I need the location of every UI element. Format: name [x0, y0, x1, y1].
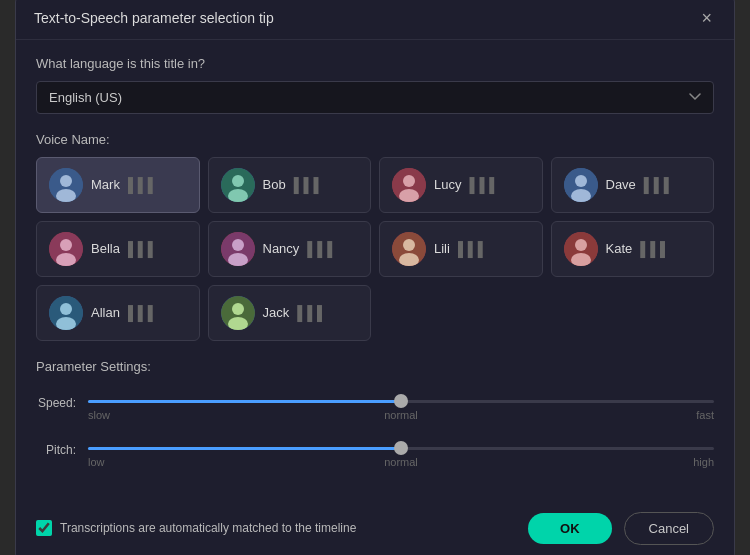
wave-icon-nancy: ▌▌▌ — [307, 241, 337, 257]
svg-point-28 — [232, 303, 244, 315]
speed-mid-label: normal — [384, 409, 418, 421]
voice-card-lucy[interactable]: Lucy ▌▌▌ — [379, 157, 543, 213]
voice-name-kate: Kate — [606, 241, 633, 256]
pitch-label: Pitch: — [36, 443, 76, 457]
svg-point-7 — [403, 175, 415, 187]
svg-point-10 — [575, 175, 587, 187]
wave-icon-lucy: ▌▌▌ — [469, 177, 499, 193]
dialog-title: Text-to-Speech parameter selection tip — [34, 10, 274, 26]
voice-grid: Mark ▌▌▌ Bob ▌▌▌ — [36, 157, 714, 341]
voice-name-bella: Bella — [91, 241, 120, 256]
wave-icon-allan: ▌▌▌ — [128, 305, 158, 321]
voice-name-nancy: Nancy — [263, 241, 300, 256]
speed-track — [88, 400, 714, 403]
pitch-thumb[interactable] — [394, 441, 408, 455]
dialog-body: What language is this title in? English … — [16, 40, 734, 500]
voice-avatar-lucy — [392, 168, 426, 202]
close-button[interactable]: × — [697, 9, 716, 27]
voice-name-jack: Jack — [263, 305, 290, 320]
speed-row: Speed: slow normal fast — [36, 386, 714, 421]
speed-thumb[interactable] — [394, 394, 408, 408]
wave-icon-jack: ▌▌▌ — [297, 305, 327, 321]
param-section: Parameter Settings: Speed: slow normal f… — [36, 359, 714, 468]
svg-point-13 — [60, 239, 72, 251]
pitch-max-label: high — [693, 456, 714, 468]
voice-avatar-allan — [49, 296, 83, 330]
speed-fill — [88, 400, 401, 403]
voice-card-nancy[interactable]: Nancy ▌▌▌ — [208, 221, 372, 277]
svg-point-4 — [232, 175, 244, 187]
dialog-footer: Transcriptions are automatically matched… — [16, 500, 734, 556]
checkbox-row: Transcriptions are automatically matched… — [36, 520, 516, 536]
transcription-checkbox[interactable] — [36, 520, 52, 536]
wave-icon-bella: ▌▌▌ — [128, 241, 158, 257]
language-select[interactable]: English (US) — [36, 81, 714, 114]
wave-icon-lili: ▌▌▌ — [458, 241, 488, 257]
svg-point-19 — [403, 239, 415, 251]
tts-dialog: Text-to-Speech parameter selection tip ×… — [15, 0, 735, 555]
wave-icon-mark: ▌▌▌ — [128, 177, 158, 193]
pitch-fill — [88, 447, 401, 450]
language-label: What language is this title in? — [36, 56, 714, 71]
voice-card-kate[interactable]: Kate ▌▌▌ — [551, 221, 715, 277]
voice-name-lucy: Lucy — [434, 177, 461, 192]
checkbox-label: Transcriptions are automatically matched… — [60, 521, 356, 535]
voice-name-lili: Lili — [434, 241, 450, 256]
pitch-track — [88, 447, 714, 450]
voice-card-dave[interactable]: Dave ▌▌▌ — [551, 157, 715, 213]
voice-avatar-dave — [564, 168, 598, 202]
voice-avatar-lili — [392, 232, 426, 266]
voice-card-lili[interactable]: Lili ▌▌▌ — [379, 221, 543, 277]
svg-point-16 — [232, 239, 244, 251]
speed-slider-container: slow normal fast — [88, 386, 714, 421]
pitch-row: Pitch: low normal high — [36, 433, 714, 468]
voice-card-bella[interactable]: Bella ▌▌▌ — [36, 221, 200, 277]
voice-section-label: Voice Name: — [36, 132, 714, 147]
voice-avatar-nancy — [221, 232, 255, 266]
ok-button[interactable]: OK — [528, 513, 612, 544]
pitch-labels: low normal high — [88, 456, 714, 468]
wave-icon-bob: ▌▌▌ — [294, 177, 324, 193]
voice-name-allan: Allan — [91, 305, 120, 320]
cancel-button[interactable]: Cancel — [624, 512, 714, 545]
speed-min-label: slow — [88, 409, 110, 421]
pitch-slider-container: low normal high — [88, 433, 714, 468]
speed-labels-row: slow normal fast — [88, 409, 714, 421]
svg-point-22 — [575, 239, 587, 251]
voice-name-bob: Bob — [263, 177, 286, 192]
voice-avatar-bella — [49, 232, 83, 266]
voice-avatar-bob — [221, 168, 255, 202]
wave-icon-kate: ▌▌▌ — [640, 241, 670, 257]
speed-label: Speed: — [36, 396, 76, 410]
svg-point-25 — [60, 303, 72, 315]
param-label: Parameter Settings: — [36, 359, 714, 374]
svg-point-1 — [60, 175, 72, 187]
voice-card-bob[interactable]: Bob ▌▌▌ — [208, 157, 372, 213]
dialog-header: Text-to-Speech parameter selection tip × — [16, 0, 734, 40]
voice-avatar-kate — [564, 232, 598, 266]
wave-icon-dave: ▌▌▌ — [644, 177, 674, 193]
voice-name-dave: Dave — [606, 177, 636, 192]
voice-avatar-jack — [221, 296, 255, 330]
voice-card-mark[interactable]: Mark ▌▌▌ — [36, 157, 200, 213]
speed-max-label: fast — [696, 409, 714, 421]
pitch-mid-label: normal — [384, 456, 418, 468]
voice-name-mark: Mark — [91, 177, 120, 192]
voice-card-jack[interactable]: Jack ▌▌▌ — [208, 285, 372, 341]
voice-avatar-mark — [49, 168, 83, 202]
voice-card-allan[interactable]: Allan ▌▌▌ — [36, 285, 200, 341]
speed-labels: slow normal fast — [88, 409, 714, 421]
pitch-labels-row: low normal high — [88, 456, 714, 468]
pitch-min-label: low — [88, 456, 105, 468]
